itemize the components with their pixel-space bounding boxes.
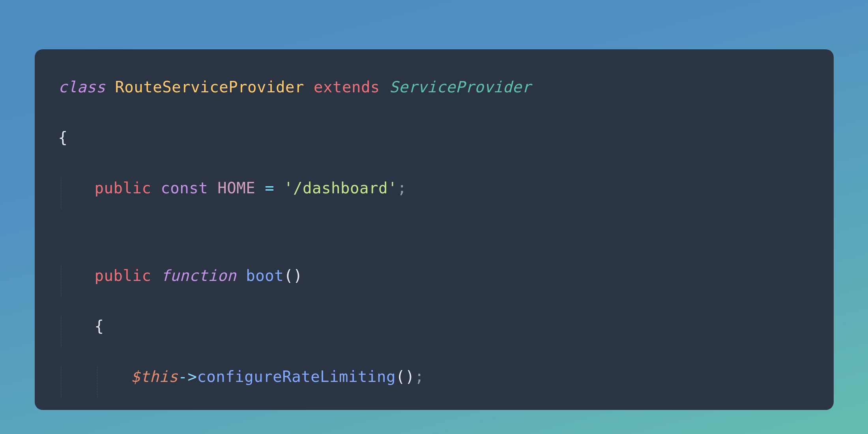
code-line-1: class RouteServiceProvider extends Servi… xyxy=(58,78,810,97)
keyword-function: function xyxy=(161,266,236,285)
modifier-public: public xyxy=(95,266,152,285)
code-line-5: { xyxy=(58,317,810,336)
method-call: configureRateLimiting xyxy=(197,367,396,386)
keyword-const: const xyxy=(161,179,208,198)
keyword-extends: extends xyxy=(314,78,380,97)
code-line-2: { xyxy=(58,128,810,147)
code-line-6: $this->configureRateLimiting(); xyxy=(58,367,810,386)
code-line-4: public function boot() xyxy=(58,266,810,285)
constant-name: HOME xyxy=(217,179,255,198)
semicolon: ; xyxy=(415,367,424,386)
code-line-3: public const HOME = '/dashboard'; xyxy=(58,179,810,198)
modifier-public: public xyxy=(95,179,152,198)
method-name: boot xyxy=(246,266,284,285)
parentheses: () xyxy=(396,367,415,386)
keyword-class: class xyxy=(58,78,106,97)
parent-class-name: ServiceProvider xyxy=(389,78,531,97)
parentheses: () xyxy=(284,266,303,285)
brace-open: { xyxy=(95,317,104,336)
operator-equals: = xyxy=(265,179,274,198)
brace-open: { xyxy=(58,128,68,147)
code-editor-window: class RouteServiceProvider extends Servi… xyxy=(35,49,834,410)
semicolon: ; xyxy=(397,179,407,198)
arrow-operator: -> xyxy=(178,367,197,386)
variable-this: $this xyxy=(131,367,178,386)
class-name: RouteServiceProvider xyxy=(115,78,304,97)
string-literal: '/dashboard' xyxy=(284,179,397,198)
